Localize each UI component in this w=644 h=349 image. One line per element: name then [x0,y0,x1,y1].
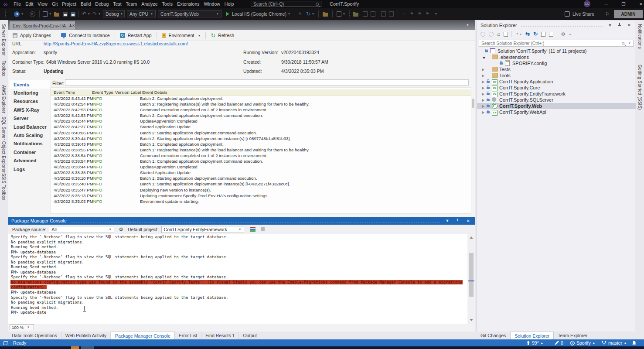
document-scrollbar[interactable] [472,99,474,108]
nest-files-icon[interactable] [541,32,545,37]
package-source-dropdown[interactable]: All▼ [49,226,114,233]
event-row[interactable]: 4/3/2022 8:38:38 PM INFO Started Applica… [51,170,471,176]
env-nav-item[interactable]: AWS X-Ray [10,106,50,114]
tree-item[interactable]: Solution 'CorrIT.Sporify' (11 of 11 proj… [477,48,636,54]
default-project-dropdown[interactable]: CorrIT.Sporify.EntityFramework▼ [161,226,244,233]
panel-tab[interactable]: Solution Explorer [510,332,554,339]
menu-item[interactable]: File [11,1,23,7]
find-in-files-icon[interactable] [323,13,328,17]
menu-item[interactable]: Debug [93,1,111,7]
avatar[interactable]: CC [584,0,590,7]
bottom-tab[interactable]: Package Manager Console [111,332,175,339]
col-event-type[interactable]: Event Type [92,90,113,95]
expander-icon[interactable] [482,103,487,109]
sidebar-tab-ssis-toolbox[interactable]: SSIS Toolbox [1,173,6,200]
event-row[interactable]: 4/3/2022 8:38:54 PM INFO Batch 1: Comple… [51,159,471,164]
env-nav-item[interactable]: Notifications [10,140,50,148]
maximize-button[interactable]: ❐ [615,0,632,8]
env-nav-item[interactable]: Container [10,148,50,156]
collapse-all-icon[interactable]: − [569,32,571,37]
redo-icon[interactable]: ↷ [92,11,97,17]
clear-console-icon[interactable] [250,227,256,232]
tree-item[interactable]: SPORIFY.config [477,60,636,66]
env-nav-item[interactable]: Load Balancer [10,123,50,131]
expander-icon[interactable] [482,67,487,72]
tree-item[interactable]: CorrIT.Sporify.Application [477,79,636,85]
startup-project-dropdown[interactable]: CorrIT.Sporify.Web▼ [158,10,221,17]
camera-icon[interactable] [337,11,341,17]
col-version-label[interactable]: Version Label [115,90,141,95]
env-nav-item[interactable]: Advanced [10,157,50,165]
env-nav-item[interactable]: Logs [10,165,50,173]
event-row[interactable]: 4/3/2022 8:43:42 PM INFO Batch 2: Comple… [51,96,471,102]
console-output[interactable]: Specify the '-Verbose' flag to view the … [8,234,467,324]
event-row[interactable]: 4/3/2022 8:39:44 PM INFO Batch 2: Starti… [51,136,471,142]
env-nav-item[interactable]: Events [10,80,50,89]
document-tab[interactable]: Env: Sporify-Prod-Env-HA ✕ [10,21,75,30]
home-icon[interactable]: ⌂ [497,31,500,37]
minimize-button[interactable]: ─ [597,0,615,8]
bottom-tab[interactable]: Data Tools Operations [8,332,61,339]
sync-with-active-document-icon[interactable]: ⇆ [525,31,530,37]
tab-close-icon[interactable]: ✕ [72,24,75,28]
environment-dropdown-button[interactable]: Environment▼ [157,30,206,41]
sidebar-tab-sql-server-object-explorer[interactable]: SQL Server Object Explorer [1,116,6,173]
menu-item[interactable]: View [35,1,50,7]
package-source-settings-icon[interactable]: ⚙ [119,226,123,233]
refresh-icon[interactable]: ↻ [306,11,310,17]
start-debugging-icon[interactable] [226,12,229,16]
pin-icon[interactable] [454,219,461,223]
run-target-label[interactable]: Local IIS (Google Chrome) [232,11,286,17]
expander-icon[interactable] [482,79,487,84]
search-input[interactable]: Search (Ctrl+Q) [251,1,321,7]
sidebar-tab-aws-explorer[interactable]: AWS Explorer [1,85,6,113]
connect-to-instance-button[interactable]: Connect to Instance [56,30,114,41]
branch-picker[interactable]: master▲ [602,339,627,346]
save-icon[interactable] [63,12,68,17]
menu-item[interactable]: Project [60,1,78,7]
menu-item[interactable]: Tools [160,1,175,7]
tree-item[interactable]: CorrIT.Sporify.Core [477,85,636,91]
toolbar-grip[interactable] [5,10,7,17]
bottom-tab[interactable]: Output [239,332,261,339]
event-row[interactable]: 4/3/2022 8:40:06 PM INFO Batch 2: Starti… [51,130,471,136]
tree-item[interactable]: CorrIT.Sporify.WebApi [477,109,636,115]
tree-item[interactable]: Tests [477,66,636,72]
zoom-control[interactable]: 100 %▼ [10,324,34,330]
menu-item[interactable]: Build [78,1,93,7]
expander-icon[interactable] [482,73,487,78]
undo-icon[interactable]: ↶ [82,11,86,17]
expander-icon[interactable] [482,85,487,90]
close-icon[interactable]: ✕ [465,219,472,223]
push-status[interactable]: 99*▲ [526,339,543,346]
expander-icon[interactable] [482,55,487,60]
refresh-button[interactable]: ↻Refresh [206,30,239,41]
event-row[interactable]: 4/3/2022 8:35:03 PM INFO Environment upd… [51,199,471,205]
menu-item[interactable]: Help [222,1,236,7]
notifications-bell-icon[interactable] [632,339,637,346]
event-row[interactable]: 4/3/2022 8:42:53 PM INFO Command executi… [51,107,471,113]
event-row[interactable]: 4/3/2022 8:42:44 PM INFO UpdateAppVersio… [51,119,471,124]
sidebar-tab-toolbox[interactable]: Toolbox [1,61,6,76]
tree-item[interactable]: CorrIT.Sporify.SQLServer [477,97,636,103]
menu-item[interactable]: Extensions [175,1,201,7]
console-scrollbar[interactable] [468,234,474,324]
admin-button[interactable]: ADMIN [614,10,643,18]
refresh-icon[interactable]: ↻ [533,31,538,37]
new-file-icon[interactable] [43,11,48,17]
menu-item[interactable]: Git [50,1,60,7]
tree-item[interactable]: .ebextensions [477,54,636,60]
repository-picker[interactable]: Sporify▲ [570,339,595,346]
navigate-back-icon[interactable] [14,11,20,17]
bottom-tab[interactable]: Find Results 1 [201,332,239,339]
event-row[interactable]: 4/3/2022 8:38:54 PM INFO Command executi… [51,153,471,159]
window-position-icon[interactable]: ▼ [607,23,613,27]
bookmark-icon[interactable]: ⚑ [402,12,406,17]
env-nav-item[interactable]: Auto Scaling [10,131,50,139]
close-button[interactable]: ✕ [632,0,644,8]
solution-search-input[interactable]: Search Solution Explorer (Ctrl+;) ▼ [479,40,634,47]
bottom-tab[interactable]: Error List [175,332,202,339]
pending-changes-filter-icon[interactable]: ◔▼ [515,32,522,36]
event-row[interactable]: 4/3/2022 8:42:37 PM INFO Started Applica… [51,124,471,130]
window-position-icon[interactable]: ▼ [444,219,451,223]
